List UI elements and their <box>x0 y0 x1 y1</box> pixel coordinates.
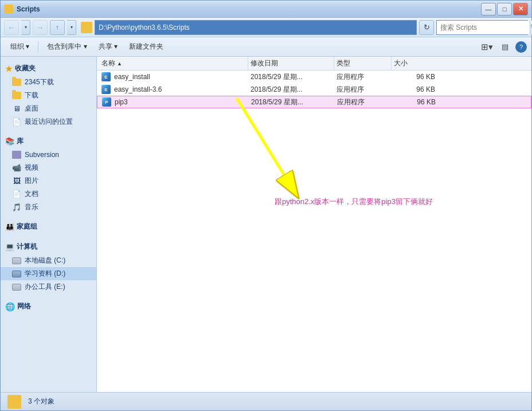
sidebar-item-label: 音乐 <box>25 202 38 212</box>
view-toggle-button[interactable]: ⊞▾ <box>479 40 495 54</box>
col-size-header[interactable]: 大小 <box>392 57 437 70</box>
address-bar-row: ← ▾ → ↑ ▾ ↻ 🔍 <box>1 18 531 37</box>
file-size-cell: 96 KB <box>392 71 437 83</box>
table-row[interactable]: E easy_install 2018/5/29 星期... 应用程序 96 K… <box>97 71 531 83</box>
sidebar-item-subversion[interactable]: Subversion <box>1 148 96 161</box>
sidebar-item-label: 图片 <box>25 176 38 186</box>
file-type-cell: 应用程序 <box>335 96 392 108</box>
file-name-cell: P pip3 <box>100 96 249 108</box>
sidebar-item-label: 下载 <box>25 91 38 100</box>
include-button[interactable]: 包含到库中 ▾ <box>42 40 92 54</box>
sidebar-item-drive-d[interactable]: 学习资料 (D:) <box>1 267 96 280</box>
status-bar: 3 个对象 <box>1 392 531 410</box>
col-name-label: 名称 <box>101 58 115 68</box>
exe-icon: E <box>101 85 111 94</box>
address-input[interactable] <box>95 20 417 35</box>
network-header[interactable]: 🌐 网络 <box>1 299 96 314</box>
file-date-cell: 2018/5/29 星期... <box>249 96 335 108</box>
annotation-layer: 跟python2.x版本一样，只需要将pip3留下俩就好 <box>97 71 531 392</box>
file-name: easy_install-3.6 <box>114 85 162 93</box>
folder-icon <box>81 22 92 33</box>
col-date-header[interactable]: 修改日期 <box>248 57 334 70</box>
preview-pane-button[interactable]: ▤ <box>497 40 513 54</box>
sidebar-item-music[interactable]: 🎵 音乐 <box>1 201 96 214</box>
organize-button[interactable]: 组织 ▾ <box>5 40 34 54</box>
homegroup-label: 家庭组 <box>17 222 37 232</box>
sidebar-item-recent[interactable]: 📄 最近访问的位置 <box>1 115 96 128</box>
search-box: 🔍 <box>436 20 528 35</box>
network-label: 网络 <box>17 302 31 311</box>
sidebar-item-label: 文档 <box>25 189 38 199</box>
window-title: Scripts <box>17 5 40 13</box>
toolbar-right: ⊞▾ ▤ ? <box>479 40 527 54</box>
favorites-header[interactable]: ★ 收藏夹 <box>1 61 96 76</box>
exe-icon: P <box>102 97 111 107</box>
picture-icon: 🖼 <box>12 177 21 186</box>
table-row[interactable]: P pip3 2018/5/29 星期... 应用程序 96 KB <box>97 96 531 108</box>
search-input[interactable] <box>437 21 530 34</box>
table-row[interactable]: E easy_install-3.6 2018/5/29 星期... 应用程序 … <box>97 83 531 96</box>
sidebar-item-desktop[interactable]: 🖥 桌面 <box>1 102 96 115</box>
file-date-cell: 2018/5/29 星期... <box>248 71 334 83</box>
sidebar-item-label: Subversion <box>25 151 59 159</box>
sidebar-item-download[interactable]: 下载 <box>1 89 96 102</box>
annotation-text: 跟python2.x版本一样，只需要将pip3留下俩就好 <box>275 197 433 207</box>
sidebar-item-picture[interactable]: 🖼 图片 <box>1 174 96 187</box>
computer-header[interactable]: 💻 计算机 <box>1 240 96 254</box>
exe-icon: E <box>101 72 111 81</box>
status-folder-icon <box>7 395 21 409</box>
refresh-button[interactable]: ↻ <box>419 20 434 35</box>
library-icon: 📚 <box>5 137 14 146</box>
folder-icon <box>12 91 21 100</box>
help-button[interactable]: ? <box>515 41 527 53</box>
sidebar-item-label: 桌面 <box>25 104 38 113</box>
sidebar-item-label: 2345下载 <box>25 77 54 87</box>
sidebar-item-drive-c[interactable]: 本地磁盘 (C:) <box>1 254 96 267</box>
nav-dropdown[interactable]: ▾ <box>67 20 76 35</box>
library-header[interactable]: 📚 库 <box>1 134 96 148</box>
minimize-button[interactable]: — <box>481 3 496 15</box>
forward-button[interactable]: → <box>33 20 48 35</box>
file-type-cell: 应用程序 <box>334 83 392 96</box>
sidebar-item-drive-e[interactable]: 办公工具 (E:) <box>1 280 96 293</box>
search-button[interactable]: 🔍 <box>530 21 532 34</box>
document-icon: 📄 <box>12 190 21 199</box>
back-button[interactable]: ← <box>4 20 19 35</box>
svg-line-1 <box>237 99 298 197</box>
back-dropdown[interactable]: ▾ <box>21 20 30 35</box>
music-icon: 🎵 <box>12 203 21 212</box>
file-name: easy_install <box>114 73 150 81</box>
sidebar-item-video[interactable]: 📹 视频 <box>1 161 96 174</box>
share-button[interactable]: 共享 ▾ <box>93 40 123 54</box>
title-bar-left: Scripts <box>4 5 40 14</box>
col-size-label: 大小 <box>394 58 408 68</box>
close-button[interactable]: ✕ <box>513 3 528 15</box>
file-size-cell: 96 KB <box>392 83 437 96</box>
col-name-header[interactable]: 名称 ▲ <box>99 57 248 70</box>
folder-icon <box>12 78 21 87</box>
computer-label: 计算机 <box>17 242 37 252</box>
recent-icon: 📄 <box>12 118 21 127</box>
favorites-label: 收藏夹 <box>15 64 36 73</box>
drive-e-icon <box>12 283 21 292</box>
maximize-button[interactable]: □ <box>497 3 512 15</box>
sort-arrow: ▲ <box>117 61 122 66</box>
file-date-cell: 2018/5/29 星期... <box>248 83 334 96</box>
sidebar-item-2345[interactable]: 2345下载 <box>1 76 96 89</box>
homegroup-header[interactable]: 👪 家庭组 <box>1 220 96 234</box>
computer-icon: 💻 <box>5 242 14 251</box>
video-icon: 📹 <box>12 163 21 173</box>
sidebar: ★ 收藏夹 2345下载 下载 🖥 桌面 📄 最近访问的 <box>1 57 97 392</box>
col-type-header[interactable]: 类型 <box>334 57 392 70</box>
up-button[interactable]: ↑ <box>50 20 65 35</box>
col-type-label: 类型 <box>337 58 350 68</box>
file-size-cell: 96 KB <box>392 96 438 108</box>
drive-c-icon <box>12 256 21 265</box>
homegroup-icon: 👪 <box>5 222 14 231</box>
sidebar-item-document[interactable]: 📄 文档 <box>1 187 96 201</box>
drive-d-icon <box>12 269 21 279</box>
desktop-icon: 🖥 <box>12 104 21 113</box>
new-folder-button[interactable]: 新建文件夹 <box>124 40 169 54</box>
star-icon: ★ <box>5 64 13 73</box>
col-date-label: 修改日期 <box>251 58 278 68</box>
